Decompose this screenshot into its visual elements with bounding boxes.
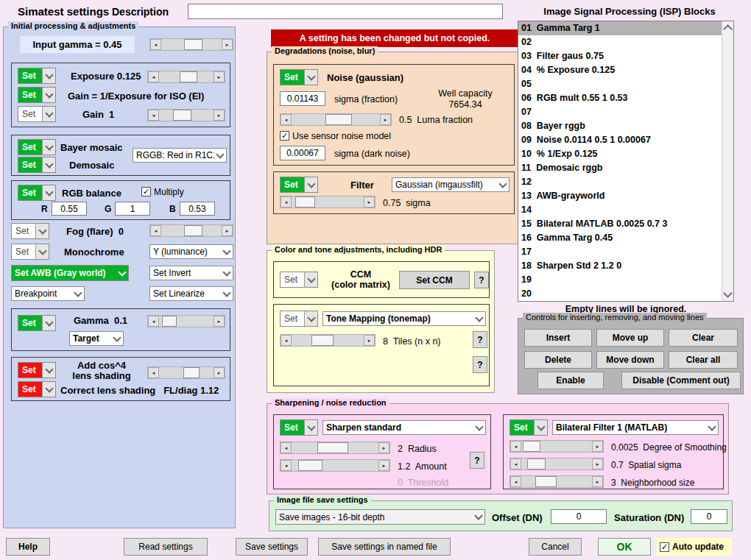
smoothing-slider[interactable]: ◄► (510, 440, 604, 453)
slider-thumb[interactable] (527, 458, 546, 469)
left-arrow-icon[interactable]: ◄ (281, 335, 292, 346)
move-up-button[interactable]: Move up (596, 329, 664, 347)
filter-sigma-slider[interactable]: ◄► (280, 196, 376, 208)
isp-block-row[interactable]: 13 AWB-grayworld (518, 189, 722, 203)
left-arrow-icon[interactable]: ◄ (281, 196, 292, 208)
slider-track[interactable] (521, 476, 592, 487)
exposure-slider[interactable]: ◄► (147, 71, 225, 83)
isp-block-row[interactable]: 10 % 1/Exp 0.125 (518, 147, 722, 161)
g-input[interactable] (115, 202, 150, 216)
multiply-checkbox[interactable]: ✓ (141, 187, 151, 196)
save-settings-named-button[interactable]: Save settings in named file (318, 538, 451, 556)
left-arrow-icon[interactable]: ◄ (148, 367, 159, 378)
left-arrow-icon[interactable]: ◄ (148, 316, 159, 327)
fog-slider[interactable]: ◄► (149, 224, 233, 237)
saturation-input[interactable] (691, 509, 727, 524)
gamma-mode-dropdown[interactable]: Target (69, 331, 124, 346)
correct-shading-set-dropdown[interactable]: Set (18, 381, 56, 397)
tonemap-set-dropdown[interactable]: Set (280, 311, 318, 327)
awb-dropdown[interactable]: Set AWB (Gray world) (11, 265, 129, 281)
list-scrollbar[interactable] (722, 21, 733, 301)
isp-block-row[interactable]: 15 Bilateral MATLAB 0.0025 0.7 3 (518, 217, 722, 231)
isp-block-row[interactable]: 17 (518, 245, 722, 259)
enable-button[interactable]: Enable (537, 372, 604, 389)
demosaic-set-dropdown[interactable]: Set (18, 157, 56, 173)
move-down-button[interactable]: Move down (596, 351, 664, 369)
save-mode-dropdown[interactable]: Save images - 16-bit depth (275, 509, 485, 525)
cos4-set-dropdown[interactable]: Set (18, 362, 56, 378)
save-settings-button[interactable]: Save settings (236, 538, 308, 556)
slider-track[interactable] (292, 460, 378, 471)
slider-track[interactable] (292, 442, 378, 453)
right-arrow-icon[interactable]: ► (592, 476, 603, 487)
r-input[interactable] (52, 202, 87, 216)
right-arrow-icon[interactable]: ► (378, 460, 389, 471)
isp-block-row[interactable]: 04 % Exposure 0.125 (518, 63, 722, 77)
isp-block-row[interactable]: 01 Gamma Targ 1 (518, 21, 722, 35)
noise-set-dropdown[interactable]: Set (280, 69, 318, 85)
right-arrow-icon[interactable]: ► (214, 71, 225, 82)
sensor-noise-checkbox[interactable]: ✓ (280, 131, 289, 141)
tonemap-dropdown[interactable]: Tone Mapping (tonemap) (322, 311, 486, 326)
gain-iso-set-dropdown[interactable]: Set (18, 87, 56, 103)
slider-track[interactable] (159, 367, 214, 378)
isp-block-row[interactable]: 18 Sharpen Std 2 1.2 0 (518, 259, 722, 273)
right-arrow-icon[interactable]: ► (214, 110, 225, 121)
left-arrow-icon[interactable]: ◄ (148, 110, 159, 121)
slider-thumb[interactable] (184, 39, 202, 50)
sharpen-dropdown[interactable]: Sharpen standard (322, 420, 486, 435)
slider-thumb[interactable] (311, 335, 333, 346)
cos4-slider[interactable]: ◄► (147, 366, 225, 379)
disable-button[interactable]: Disable (Comment out) (621, 372, 741, 389)
slider-thumb[interactable] (180, 71, 197, 82)
gain-set-dropdown[interactable]: Set (18, 106, 56, 122)
slider-track[interactable] (159, 316, 214, 327)
breakpoint-dropdown[interactable]: Breakpoint (11, 286, 85, 301)
clear-button[interactable]: Clear (669, 329, 738, 347)
rgb-balance-set-dropdown[interactable]: Set (18, 185, 56, 201)
tonemap-help-button-2[interactable]: ? (473, 356, 487, 373)
exposure-set-dropdown[interactable]: Set (18, 68, 56, 84)
slider-thumb[interactable] (317, 442, 348, 453)
description-input[interactable] (188, 4, 503, 19)
bayer-set-dropdown[interactable]: Set (18, 139, 56, 155)
slider-track[interactable] (161, 39, 222, 50)
tonemap-help-button[interactable]: ? (473, 331, 487, 348)
isp-block-row[interactable]: 09 Noise 0.0114 0.5 1 0.00067 (518, 133, 722, 147)
sharpen-set-dropdown[interactable]: Set (280, 419, 318, 436)
b-input[interactable] (180, 202, 215, 216)
sigma-fraction-input[interactable] (280, 91, 325, 106)
monochrome-set-dropdown[interactable]: Set (11, 244, 49, 260)
left-arrow-icon[interactable]: ◄ (510, 476, 521, 487)
isp-block-row[interactable]: 05 (518, 77, 722, 91)
slider-track[interactable] (292, 114, 380, 125)
slider-thumb[interactable] (298, 460, 322, 471)
gamma-slider[interactable]: ◄► (147, 315, 225, 327)
isp-block-row[interactable]: 14 (518, 203, 722, 217)
isp-block-row[interactable]: 06 RGB mult 0.55 1 0.53 (518, 91, 722, 105)
slider-track[interactable] (521, 458, 592, 469)
slider-track[interactable] (521, 441, 592, 452)
clear-all-button[interactable]: Clear all (669, 351, 738, 369)
slider-thumb[interactable] (325, 114, 352, 125)
slider-thumb[interactable] (173, 110, 192, 121)
slider-thumb[interactable] (295, 196, 315, 208)
slider-thumb[interactable] (535, 476, 557, 487)
right-arrow-icon[interactable]: ► (364, 335, 375, 346)
right-arrow-icon[interactable]: ► (214, 367, 225, 378)
right-arrow-icon[interactable]: ► (592, 458, 603, 469)
right-arrow-icon[interactable]: ► (214, 316, 225, 327)
isp-block-row[interactable]: 20 (518, 287, 722, 301)
left-arrow-icon[interactable]: ◄ (281, 114, 292, 125)
cancel-button[interactable]: Cancel (529, 538, 582, 556)
dark-noise-input[interactable] (280, 146, 325, 160)
right-arrow-icon[interactable]: ► (592, 441, 603, 452)
bilateral-dropdown[interactable]: Bilateral Filter 1 (MATLAB) (552, 420, 719, 435)
left-arrow-icon[interactable]: ◄ (281, 460, 292, 471)
ccm-set-dropdown[interactable]: Set (280, 272, 318, 288)
right-arrow-icon[interactable]: ► (222, 225, 233, 236)
gain-slider[interactable]: ◄► (147, 109, 225, 121)
slider-thumb[interactable] (523, 441, 540, 452)
set-ccm-button[interactable]: Set CCM (399, 271, 470, 289)
monochrome-dropdown[interactable]: Y (luminance) (149, 244, 233, 259)
